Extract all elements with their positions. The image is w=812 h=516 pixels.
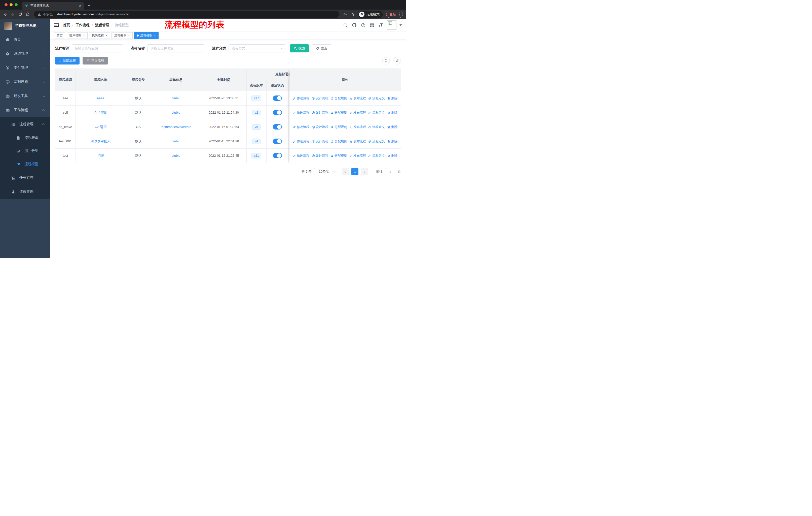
address-bar[interactable]: 不安全 dashboard.yudao.iocoder.cn/bpm/manag… xyxy=(34,11,339,18)
sidebar-item-infra[interactable]: 基础设施 xyxy=(0,75,50,89)
process-name-input[interactable] xyxy=(147,44,204,52)
active-toggle[interactable] xyxy=(273,96,282,101)
action-delete[interactable]: 删除 xyxy=(387,96,398,101)
process-name-link[interactable]: 滔博 xyxy=(97,154,104,158)
help-icon[interactable]: ? xyxy=(361,23,366,27)
create-process-button[interactable]: + 新建流程 xyxy=(55,57,80,64)
active-toggle[interactable] xyxy=(273,124,282,130)
tag-close-icon[interactable]: ✕ xyxy=(127,34,130,37)
breadcrumb-home[interactable]: 首页 xyxy=(63,23,70,27)
action-publish-process[interactable]: 发布流程 xyxy=(349,125,366,129)
browser-tab[interactable]: 芋道管理系统 ✕ xyxy=(22,2,84,9)
action-modify-process[interactable]: 修改流程 xyxy=(293,154,309,158)
process-name-link[interactable]: 自己审批 xyxy=(94,111,107,114)
action-design-process[interactable]: 设计流程 xyxy=(312,125,328,129)
action-publish-process[interactable]: 发布流程 xyxy=(349,96,366,101)
form-info-link[interactable]: biubiu xyxy=(172,139,180,143)
action-process-definition[interactable]: 流程定义 xyxy=(368,111,385,115)
active-toggle[interactable] xyxy=(273,139,282,144)
next-page-button[interactable] xyxy=(361,168,368,175)
sidebar-item-home[interactable]: 首页 xyxy=(0,32,50,47)
sidebar-logo[interactable]: 芋道管理系统 xyxy=(0,19,50,32)
action-assign-rule[interactable]: 分配规则 xyxy=(330,154,347,158)
import-process-button[interactable]: 导入流程 xyxy=(83,57,108,64)
kebab-menu-icon[interactable] xyxy=(399,12,400,17)
breadcrumb-workflow[interactable]: 工作流程 xyxy=(76,23,90,27)
sidebar-item-devtools[interactable]: 研发工具 xyxy=(0,89,50,103)
action-assign-rule[interactable]: 分配规则 xyxy=(330,111,347,115)
breadcrumb-process-manage[interactable]: 流程管理 xyxy=(95,23,109,27)
avatar-caret-icon[interactable] xyxy=(400,24,402,26)
sidebar-item-workflow[interactable]: 工作流程 xyxy=(0,103,50,117)
search-button[interactable]: 搜索 xyxy=(290,44,309,52)
prev-page-button[interactable] xyxy=(342,168,349,175)
search-icon[interactable] xyxy=(343,23,348,27)
sidebar-collapse-icon[interactable] xyxy=(54,23,59,27)
action-design-process[interactable]: 设计流程 xyxy=(312,139,328,144)
form-info-link[interactable]: biubiu xyxy=(172,111,180,114)
action-modify-process[interactable]: 修改流程 xyxy=(293,111,309,115)
sidebar-item-process-form[interactable]: 流程表单 xyxy=(0,131,50,144)
sidebar-item-user-group[interactable]: 用户分组 xyxy=(0,144,50,158)
tab-close-icon[interactable]: ✕ xyxy=(79,4,82,8)
back-icon[interactable] xyxy=(3,12,7,17)
window-close-button[interactable] xyxy=(4,3,7,6)
form-info-link[interactable]: biubiu xyxy=(172,96,180,100)
action-delete[interactable]: 删除 xyxy=(387,139,398,144)
tag-home[interactable]: 首页 xyxy=(54,32,65,39)
forward-icon[interactable] xyxy=(10,12,15,17)
category-select[interactable]: 流程分类 xyxy=(229,44,286,52)
action-publish-process[interactable]: 发布流程 xyxy=(349,154,366,158)
form-info-link[interactable]: /bpm/oa/leave/create xyxy=(161,125,191,129)
reset-button[interactable]: 重置 xyxy=(312,44,331,52)
action-delete[interactable]: 删除 xyxy=(387,111,398,115)
show-search-button[interactable] xyxy=(382,57,390,64)
action-publish-process[interactable]: 发布流程 xyxy=(349,139,366,144)
action-assign-rule[interactable]: 分配规则 xyxy=(330,125,347,129)
window-minimize-button[interactable] xyxy=(9,3,12,6)
active-toggle[interactable] xyxy=(273,110,282,115)
action-modify-process[interactable]: 修改流程 xyxy=(293,139,309,144)
sidebar-item-process-model[interactable]: 流程模型 xyxy=(0,158,50,170)
not-secure-warning-icon[interactable] xyxy=(37,12,41,16)
sidebar-item-task-manage[interactable]: 任务管理 xyxy=(0,170,50,185)
form-info-link[interactable]: biubiu xyxy=(172,154,180,158)
action-delete[interactable]: 删除 xyxy=(387,125,398,129)
action-modify-process[interactable]: 修改流程 xyxy=(293,125,309,129)
tag-process-model[interactable]: 流程模型✕ xyxy=(134,32,158,39)
tag-process-form[interactable]: 流程表单✕ xyxy=(112,32,133,39)
tag-tenant[interactable]: 租户管理✕ xyxy=(67,32,88,39)
tag-close-icon[interactable]: ✕ xyxy=(83,34,85,37)
home-icon[interactable] xyxy=(26,12,30,17)
action-process-definition[interactable]: 流程定义 xyxy=(368,125,385,129)
sidebar-item-leave-query[interactable]: 请假查询 xyxy=(0,185,50,199)
password-key-icon[interactable] xyxy=(343,12,347,17)
process-name-link[interactable]: 测试多审批人 xyxy=(91,139,111,143)
action-publish-process[interactable]: 发布流程 xyxy=(349,111,366,115)
goto-page-input[interactable] xyxy=(385,168,395,175)
process-name-link[interactable]: eeee xyxy=(97,96,105,100)
bookmark-star-icon[interactable] xyxy=(351,12,355,17)
sidebar-item-payment[interactable]: 支付管理 xyxy=(0,61,50,75)
action-process-definition[interactable]: 流程定义 xyxy=(368,139,385,144)
new-tab-button[interactable]: + xyxy=(88,3,90,8)
action-assign-rule[interactable]: 分配规则 xyxy=(330,139,347,144)
action-delete[interactable]: 删除 xyxy=(387,154,398,158)
process-name-link[interactable]: OA 请假 xyxy=(95,125,107,129)
reload-icon[interactable] xyxy=(18,12,22,17)
sidebar-item-system[interactable]: 系统管理 xyxy=(0,47,50,61)
action-process-definition[interactable]: 流程定义 xyxy=(368,96,385,101)
action-assign-rule[interactable]: 分配规则 xyxy=(330,96,347,101)
sidebar-item-process-manage[interactable]: 流程管理 xyxy=(0,117,50,131)
avatar[interactable] xyxy=(387,20,397,30)
tag-close-icon[interactable]: ✕ xyxy=(154,34,156,37)
github-icon[interactable] xyxy=(352,23,357,27)
page-size-select[interactable]: 10条/页 xyxy=(314,168,339,175)
font-size-icon[interactable]: TT xyxy=(379,23,383,27)
fullscreen-icon[interactable] xyxy=(370,23,374,27)
action-process-definition[interactable]: 流程定义 xyxy=(368,154,385,158)
tag-my-process[interactable]: 我的流程✕ xyxy=(89,32,110,39)
refresh-table-button[interactable] xyxy=(394,57,401,64)
active-toggle[interactable] xyxy=(273,153,282,158)
current-page-button[interactable]: 1 xyxy=(351,168,358,175)
